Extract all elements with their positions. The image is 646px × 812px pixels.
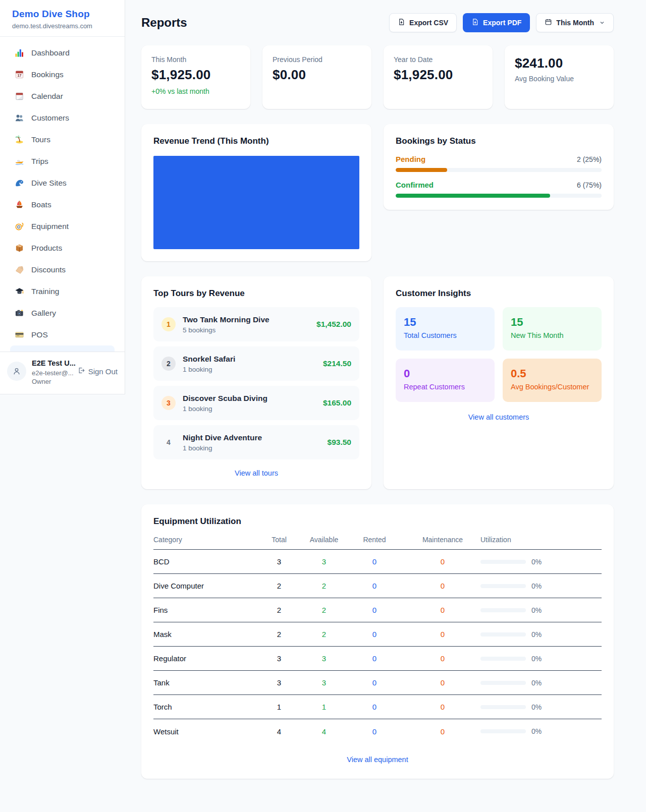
- utilization-text: 0%: [531, 558, 542, 566]
- sidebar-item-gallery[interactable]: Gallery: [5, 302, 120, 324]
- sidebar-item-label: Training: [31, 287, 59, 296]
- sidebar-item-training[interactable]: Training: [5, 280, 120, 302]
- utilization-text: 0%: [531, 727, 542, 735]
- calendar-icon: [14, 91, 24, 101]
- status-count: 6 (75%): [577, 181, 602, 189]
- equipment-utilization-title: Equipment Utilization: [153, 516, 602, 527]
- cell-total: 4: [254, 727, 304, 736]
- bookings-by-status-title: Bookings by Status: [396, 136, 602, 146]
- export-csv-label: Export CSV: [409, 19, 448, 27]
- sidebar-item-dive-sites[interactable]: Dive Sites: [5, 172, 120, 194]
- sidebar-item-label: Dashboard: [31, 48, 70, 57]
- sidebar-item-label: POS: [31, 330, 48, 339]
- package-icon: [14, 243, 24, 253]
- view-all-customers-link[interactable]: View all customers: [396, 413, 602, 421]
- insight-tile-avg-bookings: 0.5 Avg Bookings/Customer: [503, 359, 602, 402]
- wave-icon: [14, 178, 24, 188]
- utilization-text: 0%: [531, 679, 542, 687]
- cell-maintenance: 0: [405, 703, 480, 711]
- export-pdf-button[interactable]: Export PDF: [463, 13, 530, 32]
- cell-rented: 0: [344, 606, 405, 614]
- sidebar-item-label: Discounts: [31, 265, 66, 274]
- rank-badge: 1: [162, 317, 176, 331]
- cell-maintenance: 0: [405, 654, 480, 663]
- cell-maintenance: 0: [405, 606, 480, 614]
- sidebar-item-trips[interactable]: Trips: [5, 150, 120, 172]
- tour-list-item: 3 Discover Scuba Diving 1 booking $165.0…: [153, 386, 359, 420]
- svg-text:17: 17: [17, 74, 21, 78]
- sidebar-item-reports-partial[interactable]: [10, 345, 115, 352]
- cell-category: BCD: [153, 557, 254, 566]
- tile-label: Total Customers: [404, 331, 487, 339]
- utilization-bar-track: [480, 705, 526, 709]
- sidebar-item-calendar[interactable]: Calendar: [5, 85, 120, 107]
- view-all-equipment-link[interactable]: View all equipment: [153, 756, 602, 764]
- sidebar-item-customers[interactable]: Customers: [5, 107, 120, 129]
- sidebar-item-label: Tours: [31, 135, 50, 144]
- sidebar-item-equipment[interactable]: Equipment: [5, 215, 120, 237]
- sidebar-item-pos[interactable]: POS: [5, 324, 120, 345]
- users-icon: [14, 113, 24, 123]
- cell-category: Dive Computer: [153, 582, 254, 590]
- export-csv-button[interactable]: Export CSV: [389, 13, 457, 32]
- tile-label: New This Month: [511, 331, 594, 339]
- sidebar-item-boats[interactable]: Boats: [5, 194, 120, 215]
- status-bar-track: [396, 194, 602, 198]
- cell-total: 2: [254, 606, 304, 614]
- cell-category: Tank: [153, 678, 254, 687]
- table-row: Fins 2 2 0 0 0%: [153, 598, 602, 622]
- sign-out-button[interactable]: Sign Out: [77, 367, 118, 376]
- equipment-utilization-card: Equipment Utilization Category Total Ava…: [141, 504, 614, 779]
- tour-name: Discover Scuba Diving: [183, 394, 267, 403]
- stat-value: $1,925.00: [394, 67, 482, 83]
- top-tours-card: Top Tours by Revenue 1 Two Tank Morning …: [141, 276, 371, 489]
- export-pdf-label: Export PDF: [483, 19, 521, 27]
- tour-bookings: 1 booking: [183, 444, 262, 452]
- cell-maintenance: 0: [405, 557, 480, 566]
- chevron-down-icon: [599, 20, 605, 26]
- cell-rented: 0: [344, 703, 405, 711]
- tour-name: Two Tank Morning Dive: [183, 315, 270, 324]
- sidebar-item-label: Gallery: [31, 309, 56, 318]
- insights-row: Top Tours by Revenue 1 Two Tank Morning …: [141, 276, 614, 489]
- tile-value: 0.5: [511, 367, 594, 380]
- cell-total: 2: [254, 582, 304, 590]
- insight-tile-new-this-month: 15 New This Month: [503, 307, 602, 351]
- sidebar-item-bookings[interactable]: 17 Bookings: [5, 64, 120, 85]
- sidebar-item-dashboard[interactable]: Dashboard: [5, 42, 120, 64]
- sidebar-item-discounts[interactable]: Discounts: [5, 259, 120, 280]
- cell-utilization: 0%: [480, 727, 602, 735]
- island-icon: [14, 135, 24, 145]
- sidebar-item-label: Trips: [31, 157, 48, 166]
- stat-value: $0.00: [273, 67, 361, 83]
- tour-revenue: $93.50: [328, 438, 351, 447]
- bookings-by-status-card: Bookings by Status Pending 2 (25%) Confi…: [384, 124, 614, 210]
- status-count: 2 (25%): [577, 155, 602, 163]
- cell-available: 2: [304, 606, 344, 614]
- cell-category: Wetsuit: [153, 727, 254, 736]
- revenue-trend-title: Revenue Trend (This Month): [153, 136, 359, 146]
- tour-revenue: $165.00: [323, 398, 351, 408]
- credit-card-icon: [14, 330, 24, 340]
- sidebar-item-label: Calendar: [31, 92, 63, 101]
- period-dropdown[interactable]: This Month: [536, 13, 614, 32]
- tour-list-item: 1 Two Tank Morning Dive 5 bookings $1,45…: [153, 307, 359, 341]
- tour-name: Night Dive Adventure: [183, 433, 262, 442]
- tour-bookings: 5 bookings: [183, 326, 270, 334]
- sidebar-item-label: Boats: [31, 200, 51, 209]
- cell-rented: 0: [344, 557, 405, 566]
- stat-label: Previous Period: [273, 55, 361, 64]
- cell-available: 2: [304, 582, 344, 590]
- cell-available: 3: [304, 654, 344, 663]
- cell-rented: 0: [344, 727, 405, 736]
- cell-available: 4: [304, 727, 344, 736]
- insight-grid: 15 Total Customers 15 New This Month 0 R…: [396, 307, 602, 402]
- view-all-tours-link[interactable]: View all tours: [153, 469, 359, 477]
- tour-name: Snorkel Safari: [183, 355, 235, 364]
- utilization-bar-track: [480, 560, 526, 564]
- status-row-pending: Pending 2 (25%): [396, 155, 602, 172]
- sidebar-item-tours[interactable]: Tours: [5, 129, 120, 150]
- tour-list-item: 4 Night Dive Adventure 1 booking $93.50: [153, 425, 359, 459]
- tour-revenue: $1,452.00: [316, 320, 351, 329]
- sidebar-item-products[interactable]: Products: [5, 237, 120, 259]
